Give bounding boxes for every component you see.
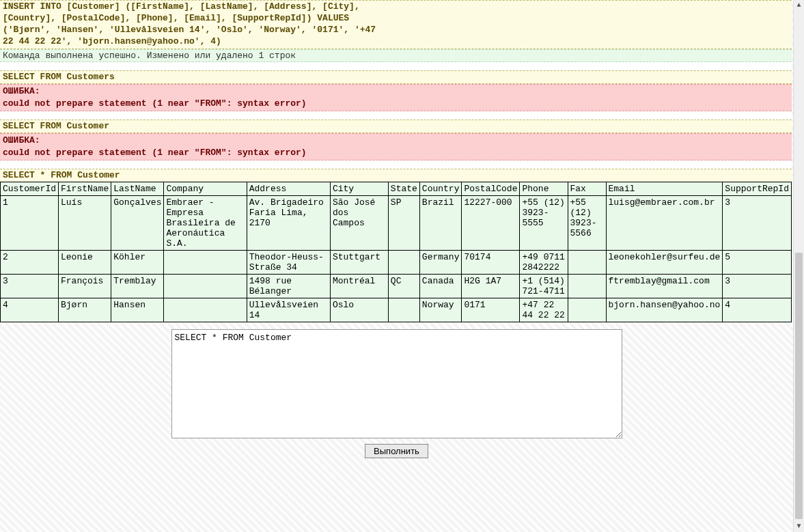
error-label: ОШИБКА: [3,135,40,145]
cell: ftremblay@gmail.com [606,275,723,298]
spacer [0,160,792,169]
query-input-zone: Выполнить [0,322,793,479]
error-label: ОШИБКА: [3,86,40,96]
query-text: INSERT INTO [Customer] ([FirstName], [La… [0,0,792,49]
cell: SP [388,196,419,251]
cell: Bjørn [59,298,111,322]
cell: 2 [1,251,59,275]
cell: Tremblay [111,275,164,298]
cell [568,298,606,322]
cell: Germany [419,251,462,275]
cell: Ullevålsveien 14 [247,298,330,322]
cell: 3 [1,275,59,298]
cell: 0171 [462,298,520,322]
scroll-down-icon[interactable]: ▼ [794,521,804,532]
cell: Montréal [330,275,388,298]
scroll-thumb[interactable] [795,253,803,519]
cell: leonekohler@surfeu.de [606,251,723,275]
table-header-row: CustomerId FirstName LastName Company Ad… [1,182,792,196]
cell: +49 0711 2842222 [520,251,568,275]
cell: Köhler [111,251,164,275]
col-Country: Country [419,182,462,196]
table-row: 1 Luís Gonçalves Embraer - Empresa Brasi… [1,196,792,251]
cell: Norway [419,298,462,322]
spacer [0,111,792,120]
col-PostalCode: PostalCode [462,182,520,196]
cell: 3 [723,196,792,251]
spacer [0,62,792,70]
cell: São José dos Campos [330,196,388,251]
vertical-scrollbar[interactable]: ▲ ▼ [793,0,804,532]
table-row: 3 François Tremblay 1498 rue Bélanger Mo… [1,275,792,298]
cell: Embraer - Empresa Brasileira de Aeronáut… [164,196,247,251]
cell: 12227-000 [462,196,520,251]
col-LastName: LastName [111,182,164,196]
execute-button[interactable]: Выполнить [365,444,428,458]
cell: 4 [723,298,792,322]
cell [568,251,606,275]
cell: Leonie [59,251,111,275]
cell: +47 22 44 22 22 [520,298,568,322]
col-CustomerId: CustomerId [1,182,59,196]
query-text: SELECT FROM Customer [0,120,792,134]
cell: bjorn.hansen@yahoo.no [606,298,723,322]
query-log: INSERT INTO [Customer] ([FirstName], [La… [0,0,792,322]
cell: François [59,275,111,298]
cell: +55 (12) 3923-5566 [568,196,606,251]
cell: 70174 [462,251,520,275]
query-text: SELECT FROM Customers [0,70,792,85]
col-City: City [330,182,388,196]
app-viewport: INSERT INTO [Customer] ([FirstName], [La… [0,0,793,532]
col-Email: Email [606,182,723,196]
cell: Oslo [330,298,388,322]
result-table: CustomerId FirstName LastName Company Ad… [0,182,792,322]
cell: Av. Brigadeiro Faria Lima, 2170 [247,196,330,251]
col-Company: Company [164,182,247,196]
cell: +1 (514) 721-4711 [520,275,568,298]
error-detail: could not prepare statement (1 near "FRO… [3,148,307,158]
sql-input[interactable] [171,329,622,438]
cell [164,275,247,298]
cell [388,251,419,275]
cell: Stuttgart [330,251,388,275]
cell: Brazil [419,196,462,251]
table-row: 4 Bjørn Hansen Ullevålsveien 14 Oslo Nor… [1,298,792,322]
cell: luisg@embraer.com.br [606,196,723,251]
col-Fax: Fax [568,182,606,196]
cell: QC [388,275,419,298]
cell: 5 [723,251,792,275]
query-text: SELECT * FROM Customer [0,169,792,183]
table-row: 2 Leonie Köhler Theodor-Heuss-Straße 34 … [1,251,792,275]
cell: Luís [59,196,111,251]
col-Address: Address [247,182,330,196]
error-detail: could not prepare statement (1 near "FRO… [3,98,307,109]
cell: +55 (12) 3923-5555 [520,196,568,251]
cell: Canada [419,275,462,298]
error-message: ОШИБКА: could not prepare statement (1 n… [0,84,792,111]
cell: 3 [723,275,792,298]
scroll-up-icon[interactable]: ▲ [794,0,804,11]
cell: 1498 rue Bélanger [247,275,330,298]
col-FirstName: FirstName [59,182,111,196]
col-SupportRepId: SupportRepId [723,182,792,196]
cell: Gonçalves [111,196,164,251]
cell: 4 [1,298,59,322]
error-message: ОШИБКА: could not prepare statement (1 n… [0,133,792,160]
cell: Hansen [111,298,164,322]
cell: 1 [1,196,59,251]
col-State: State [388,182,419,196]
col-Phone: Phone [520,182,568,196]
cell [388,298,419,322]
cell: Theodor-Heuss-Straße 34 [247,251,330,275]
cell [164,251,247,275]
cell [568,275,606,298]
cell: H2G 1A7 [462,275,520,298]
cell [164,298,247,322]
success-message: Команда выполнена успешно. Изменено или … [0,49,792,62]
